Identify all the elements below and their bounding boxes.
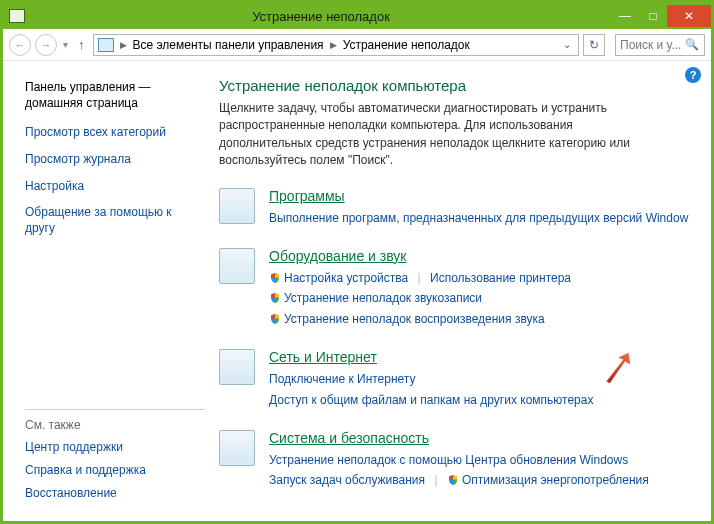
link-power-optimization[interactable]: Оптимизация энергопотребления: [462, 473, 649, 487]
shield-icon: [269, 272, 281, 284]
link-shared-files[interactable]: Доступ к общим файлам и папкам на других…: [269, 393, 593, 407]
network-icon: [219, 349, 255, 385]
category-title-programs[interactable]: Программы: [269, 188, 345, 204]
up-button[interactable]: ↑: [74, 37, 89, 52]
link-internet-connection[interactable]: Подключение к Интернету: [269, 372, 416, 386]
close-button[interactable]: ✕: [667, 5, 711, 27]
system-icon: [219, 430, 255, 466]
link-run-legacy-programs[interactable]: Выполнение программ, предназначенных для…: [269, 211, 688, 225]
programs-icon: [219, 188, 255, 224]
sidebar-link-view-history[interactable]: Просмотр журнала: [25, 152, 203, 168]
divider: [25, 409, 205, 410]
shield-icon: [269, 313, 281, 325]
see-also-help-support[interactable]: Справка и поддержка: [25, 463, 205, 477]
category-title-system[interactable]: Система и безопасность: [269, 430, 429, 446]
breadcrumb-current[interactable]: Устранение неполадок: [343, 38, 470, 52]
sidebar: Панель управления — домашняя страница Пр…: [3, 61, 213, 521]
control-panel-home-link[interactable]: Панель управления — домашняя страница: [25, 79, 203, 111]
history-dropdown[interactable]: ▾: [61, 39, 70, 50]
control-panel-icon: [98, 38, 114, 52]
refresh-button[interactable]: ↻: [583, 34, 605, 56]
search-input[interactable]: Поиск и у... 🔍: [615, 34, 705, 56]
see-also-action-center[interactable]: Центр поддержки: [25, 440, 205, 454]
search-icon: 🔍: [685, 38, 699, 51]
back-button[interactable]: ←: [9, 34, 31, 56]
maximize-button[interactable]: □: [639, 5, 667, 27]
page-title: Устранение неполадок компьютера: [219, 77, 697, 94]
see-also: См. также Центр поддержки Справка и подд…: [25, 409, 205, 509]
navigation-bar: ← → ▾ ↑ ▶ Все элементы панели управления…: [3, 29, 711, 61]
category-system: Система и безопасность Устранение непола…: [219, 430, 697, 491]
window-controls: — □ ✕: [611, 5, 711, 27]
sidebar-link-view-all[interactable]: Просмотр всех категорий: [25, 125, 203, 141]
shield-icon: [447, 474, 459, 486]
link-audio-playback[interactable]: Устранение неполадок воспроизведения зву…: [284, 312, 545, 326]
see-also-recovery[interactable]: Восстановление: [25, 486, 205, 500]
help-icon[interactable]: ?: [685, 67, 701, 83]
shield-icon: [269, 292, 281, 304]
app-icon: [9, 9, 25, 23]
link-windows-update[interactable]: Устранение неполадок с помощью Центра об…: [269, 453, 628, 467]
window: Устранение неполадок — □ ✕ ← → ▾ ↑ ▶ Все…: [0, 0, 714, 524]
search-placeholder: Поиск и у...: [620, 38, 681, 52]
category-title-hardware[interactable]: Оборудование и звук: [269, 248, 407, 264]
body: Панель управления — домашняя страница Пр…: [3, 61, 711, 521]
titlebar: Устранение неполадок — □ ✕: [3, 3, 711, 29]
category-network: Сеть и Интернет Подключение к Интернету …: [219, 349, 697, 410]
sidebar-link-settings[interactable]: Настройка: [25, 179, 203, 195]
breadcrumb-root[interactable]: Все элементы панели управления: [133, 38, 324, 52]
hardware-icon: [219, 248, 255, 284]
see-also-title: См. также: [25, 418, 205, 432]
category-programs: Программы Выполнение программ, предназна…: [219, 188, 697, 228]
category-hardware: Оборудование и звук Настройка устройства…: [219, 248, 697, 329]
link-configure-device[interactable]: Настройка устройства: [284, 271, 408, 285]
window-title: Устранение неполадок: [31, 9, 611, 24]
minimize-button[interactable]: —: [611, 5, 639, 27]
forward-button[interactable]: →: [35, 34, 57, 56]
breadcrumb-sep: ▶: [120, 40, 127, 50]
breadcrumb-sep: ▶: [330, 40, 337, 50]
address-dropdown[interactable]: ⌄: [560, 39, 574, 50]
address-bar[interactable]: ▶ Все элементы панели управления ▶ Устра…: [93, 34, 580, 56]
category-title-network[interactable]: Сеть и Интернет: [269, 349, 377, 365]
page-description: Щелкните задачу, чтобы автоматически диа…: [219, 100, 649, 170]
link-use-printer[interactable]: Использование принтера: [430, 271, 571, 285]
link-audio-recording[interactable]: Устранение неполадок звукозаписи: [284, 291, 482, 305]
sidebar-link-ask-friend[interactable]: Обращение за помощью к другу: [25, 205, 203, 236]
main-content: ? Устранение неполадок компьютера Щелкни…: [213, 61, 711, 521]
link-maintenance-tasks[interactable]: Запуск задач обслуживания: [269, 473, 425, 487]
